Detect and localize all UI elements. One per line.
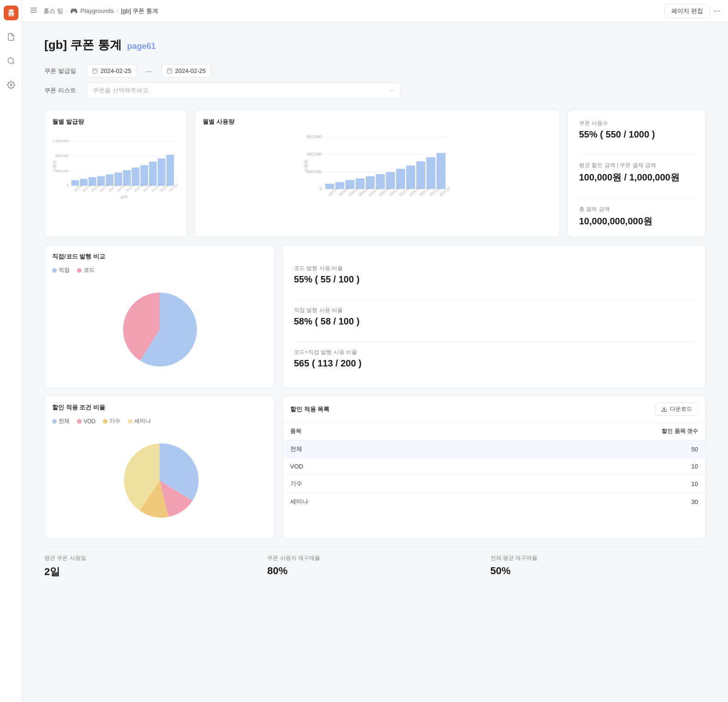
breadcrumb-sep1: / <box>66 7 68 14</box>
date-from-value: 2024-02-25 <box>101 67 131 74</box>
section-row-2: 직접/코드 발행 비교 직접 코드 <box>44 245 706 388</box>
svg-rect-68 <box>436 153 446 189</box>
svg-text:사용량: 사용량 <box>304 160 308 173</box>
svg-rect-10 <box>167 69 172 73</box>
monthly-issue-chart-card: 월별 발급량 1,200,000 800,000 400,000 0 사용량 <box>44 110 187 237</box>
monthly-usage-chart-card: 월별 사용량 600,000 400,000 200,000 0 사용량 <box>195 110 560 237</box>
discount-table: 품목 할인 품목 갯수 전체50VOD10기수10세미나30 <box>283 423 705 510</box>
svg-text:0: 0 <box>66 183 69 187</box>
combined-label: 코드+직접 발행 사용 비율 <box>294 348 694 356</box>
svg-text:1,200,000: 1,200,000 <box>52 139 69 143</box>
total-repurchase-label: 전체 평균 재구매율 <box>490 554 698 562</box>
repurchase-stat: 쿠폰 사용자 재구매율 80% <box>260 554 483 579</box>
legend-gi-label: 기수 <box>109 417 120 425</box>
svg-line-1 <box>12 62 14 64</box>
table-row: 전체50 <box>283 440 705 458</box>
discount-table-card: 할인 적용 목록 다운로드 품목 할인 품목 갯수 <box>282 396 706 539</box>
settings-icon[interactable] <box>4 78 18 92</box>
svg-point-0 <box>8 58 13 63</box>
total-repurchase-value: 50% <box>490 565 698 577</box>
svg-text:800,000: 800,000 <box>55 154 69 158</box>
coupon-placeholder: 쿠폰을 선택해주세요. <box>93 86 150 95</box>
svg-text:400,000: 400,000 <box>307 152 322 156</box>
svg-text:400,000: 400,000 <box>55 169 69 173</box>
table-cell-item: 기수 <box>283 475 448 493</box>
code-issue-value: 55% ( 55 / 100 ) <box>294 274 694 285</box>
discount-condition-title: 할인 적용 조건 비율 <box>52 403 267 412</box>
code-issue-label: 코드 발행 사용 비율 <box>294 264 694 272</box>
table-cell-item: VOD <box>283 458 448 475</box>
legend-code-label: 코드 <box>84 266 95 274</box>
legend-vod: VOD <box>77 417 95 425</box>
sidebar: 홈 <box>0 0 22 702</box>
svg-rect-33 <box>158 158 166 186</box>
breadcrumb-sep2: / <box>117 7 119 14</box>
page-title: [gb] 쿠폰 통계 <box>44 37 122 53</box>
filter-section: 쿠폰 발급일 2024-02-25 — 2024-02-25 쿠폰 리스트 쿠폰… <box>44 64 706 99</box>
more-options-icon[interactable]: ··· <box>714 6 721 16</box>
playgrounds-icon: 🎮 <box>70 7 78 14</box>
hamburger-icon[interactable] <box>30 6 38 16</box>
discount-legend: 전체 VOD 기수 세미나 <box>52 417 267 425</box>
monthly-issue-title: 월별 발급량 <box>52 118 179 126</box>
monthly-usage-title: 월별 사용량 <box>203 118 552 126</box>
date-filter-row: 쿠폰 발급일 2024-02-25 — 2024-02-25 <box>44 64 706 78</box>
table-cell-count: 30 <box>448 493 705 511</box>
direct-issue-stat: 직접 발행 사용 비율 58% ( 58 / 100 ) <box>294 306 694 327</box>
legend-vod-dot <box>77 419 82 424</box>
combined-stat: 코드+직접 발행 사용 비율 565 ( 113 / 200 ) <box>294 348 694 369</box>
issue-legend: 직접 코드 <box>52 266 267 274</box>
svg-rect-65 <box>406 166 415 189</box>
download-button[interactable]: 다운로드 <box>655 402 698 416</box>
direct-issue-value: 58% ( 58 / 100 ) <box>294 316 694 327</box>
legend-gi-dot <box>103 419 107 424</box>
breadcrumb-current: [gb] 쿠폰 통계 <box>121 7 158 15</box>
svg-rect-32 <box>149 162 157 186</box>
col-item: 품목 <box>283 423 448 440</box>
svg-text:날짜: 날짜 <box>383 200 391 201</box>
logo[interactable]: 홈 <box>4 6 18 20</box>
legend-gi: 기수 <box>103 417 120 425</box>
breadcrumb-home[interactable]: 홈스 팀 <box>43 7 63 15</box>
svg-rect-34 <box>166 155 174 186</box>
table-row: 세미나30 <box>283 493 705 511</box>
date-to-input[interactable]: 2024-02-25 <box>161 64 211 78</box>
coupon-filter-row: 쿠폰 리스트 쿠폰을 선택해주세요. <box>44 82 706 99</box>
avg-discount-stat-block: 평균 할인 금액 | 쿠폰 결제 금액 100,000원 / 1,000,000… <box>579 162 694 184</box>
coupon-select[interactable]: 쿠폰을 선택해주세요. <box>87 82 400 99</box>
date-separator: — <box>146 67 152 75</box>
avg-usage-stat: 평균 쿠폰 사용일 2일 <box>44 554 260 579</box>
repurchase-label: 쿠폰 사용자 재구매율 <box>267 554 475 562</box>
discount-condition-card: 할인 적용 조건 비율 전체 VOD 기수 <box>44 396 275 539</box>
code-issue-stat: 코드 발행 사용 비율 55% ( 55 / 100 ) <box>294 264 694 285</box>
topbar-actions: 페이지 편집 ··· <box>664 4 721 18</box>
legend-vod-label: VOD <box>84 418 95 425</box>
page-title-row: [gb] 쿠폰 통계 page61 <box>44 37 706 53</box>
table-cell-count: 50 <box>448 440 705 458</box>
repurchase-value: 80% <box>267 565 475 577</box>
svg-text:200,000: 200,000 <box>307 169 322 174</box>
table-row: VOD10 <box>283 458 705 475</box>
col-count: 할인 품목 갯수 <box>448 423 705 440</box>
table-title: 할인 적용 목록 <box>290 405 329 414</box>
legend-code-dot <box>77 268 82 273</box>
search-icon[interactable] <box>4 54 18 68</box>
discount-pie-svg <box>118 439 201 522</box>
date-filter-label: 쿠폰 발급일 <box>44 67 81 75</box>
monthly-usage-svg: 600,000 400,000 200,000 0 사용량 <box>203 132 552 201</box>
monthly-issue-svg: 1,200,000 800,000 400,000 0 사용량 <box>52 132 179 201</box>
document-icon[interactable] <box>4 30 18 44</box>
breadcrumb-playgrounds[interactable]: Playgrounds <box>80 7 113 14</box>
legend-seminar: 세미나 <box>128 417 151 425</box>
legend-all: 전체 <box>52 417 70 425</box>
svg-rect-6 <box>93 69 97 73</box>
date-from-input[interactable]: 2024-02-25 <box>87 64 137 78</box>
page-edit-button[interactable]: 페이지 편집 <box>664 4 710 18</box>
legend-code: 코드 <box>77 266 95 274</box>
legend-direct-label: 직접 <box>59 266 70 274</box>
svg-point-2 <box>10 84 12 86</box>
total-repurchase-stat: 전체 평균 재구매율 50% <box>483 554 706 579</box>
svg-rect-66 <box>416 162 425 189</box>
legend-seminar-dot <box>128 419 132 424</box>
date-to-value: 2024-02-25 <box>175 67 206 74</box>
